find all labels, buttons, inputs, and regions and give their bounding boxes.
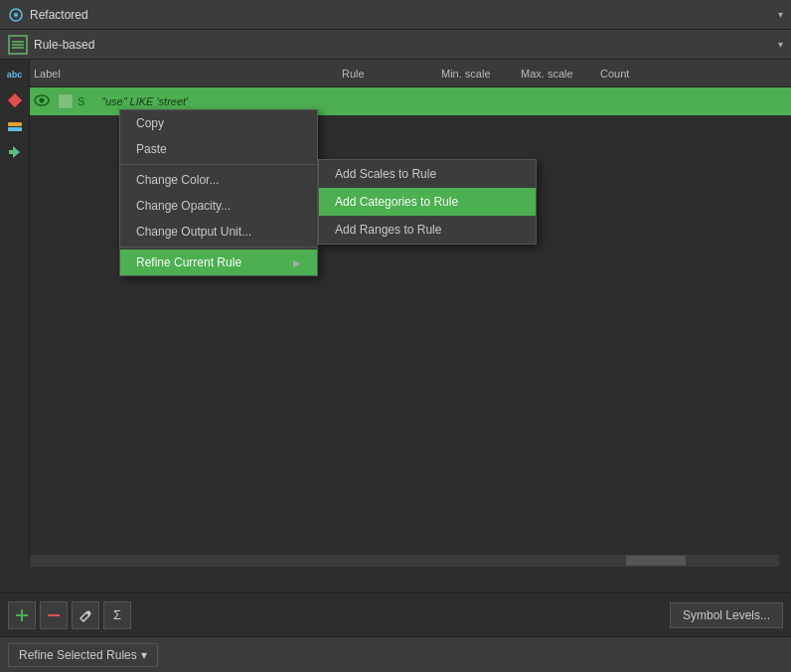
menu-item-refine-current-rule[interactable]: Refine Current Rule ▶ xyxy=(120,250,317,275)
menu-item-copy[interactable]: Copy xyxy=(120,110,317,136)
table-header: Label Rule Min. scale Max. scale Count xyxy=(30,60,791,87)
menu-item-paste[interactable]: Paste xyxy=(120,136,317,162)
menu-item-change-opacity[interactable]: Change Opacity... xyxy=(120,193,317,219)
row-rule-text: "use" LIKE 'street' xyxy=(91,95,791,107)
menu-divider-2 xyxy=(120,247,317,248)
col-header-min-scale: Min. scale xyxy=(437,68,517,80)
col-header-label: Label xyxy=(30,68,338,80)
bottom-status-bar: Refine Selected Rules ▾ xyxy=(0,636,791,672)
sigma-icon: Σ xyxy=(113,607,121,622)
svg-point-1 xyxy=(14,13,18,17)
svg-rect-12 xyxy=(16,614,28,616)
svg-rect-4 xyxy=(12,47,24,49)
submenu-item-add-categories[interactable]: Add Categories to Rule xyxy=(319,188,536,216)
svg-marker-5 xyxy=(8,93,22,107)
svg-rect-2 xyxy=(12,41,24,43)
second-bar-dropdown-icon[interactable]: ▾ xyxy=(778,39,783,50)
col-header-max-scale: Max. scale xyxy=(517,68,596,80)
rule-based-icon xyxy=(8,35,28,55)
remove-rule-button[interactable] xyxy=(40,601,68,629)
row-label-s: S xyxy=(78,95,91,107)
refactored-icon xyxy=(8,7,24,23)
tool-layers[interactable] xyxy=(4,115,26,137)
second-bar: Rule-based ▾ xyxy=(0,30,791,60)
symbol-levels-button[interactable]: Symbol Levels... xyxy=(670,602,783,628)
menu-divider-1 xyxy=(120,164,317,165)
edit-rule-button[interactable] xyxy=(72,601,99,629)
svg-rect-7 xyxy=(8,127,22,131)
menu-item-change-output-unit[interactable]: Change Output Unit... xyxy=(120,219,317,245)
submenu-arrow-icon: ▶ xyxy=(293,257,301,268)
tool-abc[interactable]: abc xyxy=(4,64,26,85)
svg-point-10 xyxy=(40,97,45,102)
submenu-item-add-scales[interactable]: Add Scales to Rule xyxy=(319,160,536,188)
tool-diamond[interactable] xyxy=(4,89,26,111)
left-toolbar: abc xyxy=(0,60,30,567)
top-bar-title: Refactored xyxy=(30,8,778,22)
add-rule-button[interactable] xyxy=(8,601,36,629)
submenu-item-add-ranges[interactable]: Add Ranges to Rule xyxy=(319,216,536,244)
svg-rect-13 xyxy=(48,614,60,616)
menu-item-change-color[interactable]: Change Color... xyxy=(120,167,317,193)
row-visibility-icon[interactable] xyxy=(34,94,54,109)
top-bar: Refactored ▾ xyxy=(0,0,791,30)
horizontal-scrollbar[interactable] xyxy=(30,555,779,567)
top-bar-dropdown-icon[interactable]: ▾ xyxy=(778,9,783,20)
scrollbar-thumb[interactable] xyxy=(626,556,686,566)
context-menu: Copy Paste Change Color... Change Opacit… xyxy=(119,109,318,276)
svg-marker-8 xyxy=(9,146,20,158)
col-header-rule: Rule xyxy=(338,68,437,80)
second-bar-title: Rule-based xyxy=(34,38,778,52)
tool-arrow[interactable] xyxy=(4,141,26,163)
svg-rect-6 xyxy=(8,122,22,126)
submenu: Add Scales to Rule Add Categories to Rul… xyxy=(318,159,537,245)
refine-selected-rules-button[interactable]: Refine Selected Rules ▾ xyxy=(8,643,158,667)
col-header-count: Count xyxy=(596,68,676,80)
bottom-toolbar: Σ Symbol Levels... xyxy=(0,592,791,636)
svg-rect-3 xyxy=(12,44,24,46)
refine-dropdown-icon: ▾ xyxy=(141,648,147,662)
sigma-button[interactable]: Σ xyxy=(103,601,131,629)
row-color-swatch[interactable] xyxy=(58,93,74,109)
